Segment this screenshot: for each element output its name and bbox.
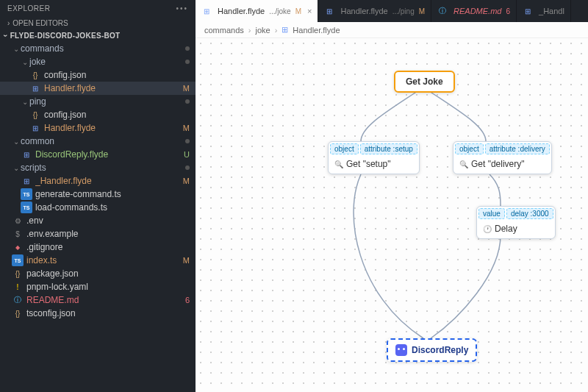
tab-name: Handler.flyde	[340, 7, 387, 15]
file-name: scripts	[21, 163, 190, 173]
file-row[interactable]: DiscordReply.flydeU	[0, 148, 196, 161]
breadcrumb-item[interactable]: Handler.flyde	[293, 26, 340, 35]
pin-attribute[interactable]: attribute :setup	[360, 143, 417, 154]
pin-attribute[interactable]: attribute :delivery	[485, 143, 550, 154]
folder-row[interactable]: scripts	[0, 161, 196, 174]
ts-icon: TS	[12, 254, 24, 266]
tab-path: .../ping	[392, 7, 415, 15]
info-icon	[12, 294, 24, 306]
file-name: load-commands.ts	[35, 202, 190, 213]
node-delay[interactable]: value delay :3000 Delay	[476, 206, 556, 239]
explorer-more-icon[interactable]: •••	[176, 4, 188, 13]
file-row[interactable]: Handler.flydeM	[0, 82, 196, 95]
tab-badge: 6	[506, 7, 510, 15]
folder-row[interactable]: commands	[0, 42, 196, 55]
explorer-header: EXPLORER •••	[0, 0, 196, 17]
json-icon	[12, 268, 24, 279]
file-row[interactable]: TSgenerate-command.ts	[0, 188, 196, 201]
breadcrumb-item[interactable]: joke	[255, 26, 270, 35]
editor-tabs: Handler.flyde.../jokeM×Handler.flyde.../…	[196, 0, 588, 22]
breadcrumb-separator: ›	[275, 26, 278, 35]
search-icon	[459, 159, 468, 169]
file-row[interactable]: config.json	[0, 68, 196, 82]
ts-icon: TS	[21, 188, 32, 200]
file-name: ping	[29, 96, 190, 107]
node-body: Get "delivery"	[453, 156, 551, 174]
flyde-icon	[21, 149, 32, 160]
file-row[interactable]: .gitignore	[0, 240, 196, 254]
node-get-delivery[interactable]: object attribute :delivery Get "delivery…	[453, 141, 552, 174]
file-row[interactable]: TSload-commands.ts	[0, 201, 196, 214]
node-body: Delay	[477, 221, 555, 238]
file-name: README.md	[26, 295, 185, 305]
file-name: config.json	[44, 110, 190, 120]
chevron-icon	[12, 138, 21, 146]
project-root[interactable]: FLYDE-DISCORD-JOKES-BOT	[0, 29, 196, 42]
file-name: package.json	[26, 268, 190, 279]
vcs-badge: M	[183, 84, 190, 93]
pin-object[interactable]: object	[330, 143, 359, 154]
vcs-badge: M	[183, 177, 190, 185]
flyde-icon	[29, 122, 41, 134]
flyde-icon	[21, 175, 32, 187]
editor-tab[interactable]: README.md6	[431, 0, 517, 22]
file-name: pnpm-lock.yaml	[26, 282, 190, 292]
tab-name: README.md	[453, 7, 501, 15]
chevron-icon	[21, 58, 29, 66]
file-name: DiscordReply.flyde	[35, 149, 184, 160]
node-label: Get "setup"	[346, 159, 391, 169]
node-get-setup[interactable]: object attribute :setup Get "setup"	[328, 141, 420, 174]
file-row[interactable]: pnpm-lock.yaml	[0, 280, 196, 293]
file-row[interactable]: config.json	[0, 108, 196, 121]
tab-badge: M	[419, 7, 425, 15]
file-row[interactable]: README.md6	[0, 293, 196, 307]
json-icon	[12, 307, 24, 319]
flyde-canvas[interactable]: Get Joke object attribute :setup Get "se…	[196, 38, 588, 392]
ts-icon: TS	[21, 202, 32, 213]
file-row[interactable]: _Handler.flydeM	[0, 174, 196, 188]
editor-tab[interactable]: _Handl	[517, 0, 571, 22]
file-row[interactable]: .env	[0, 214, 196, 227]
breadcrumb-item[interactable]: commands	[204, 26, 244, 35]
file-tree: commandsjokeconfig.jsonHandler.flydeMpin…	[0, 42, 196, 392]
folder-row[interactable]: ping	[0, 95, 196, 108]
file-row[interactable]: .env.example	[0, 227, 196, 240]
close-icon[interactable]: ×	[307, 7, 312, 15]
breadcrumb-separator: ›	[248, 26, 251, 35]
open-editors-section[interactable]: OPEN EDITORS	[0, 17, 196, 29]
folder-row[interactable]: common	[0, 135, 196, 148]
file-row[interactable]: tsconfig.json	[0, 307, 196, 320]
json-icon	[29, 69, 41, 81]
pin-delay[interactable]: delay :3000	[506, 208, 553, 219]
file-name: common	[21, 136, 190, 146]
clock-icon	[483, 224, 492, 234]
node-get-joke[interactable]: Get Joke	[394, 71, 455, 93]
dirty-dot-icon	[185, 60, 190, 64]
editor-main: Handler.flyde.../jokeM×Handler.flyde.../…	[196, 0, 588, 392]
file-name: .gitignore	[26, 242, 190, 252]
file-row[interactable]: TSindex.tsM	[0, 254, 196, 267]
vcs-badge: M	[183, 124, 190, 132]
info-icon	[437, 6, 448, 16]
node-pins: value delay :3000	[477, 207, 555, 221]
node-label: DiscordReply	[412, 345, 468, 355]
editor-tab[interactable]: Handler.flyde.../jokeM×	[196, 0, 318, 22]
node-discord-reply[interactable]: DiscordReply	[387, 338, 477, 362]
tab-badge: M	[295, 7, 301, 15]
pin-object[interactable]: object	[455, 143, 484, 154]
file-row[interactable]: package.json	[0, 267, 196, 280]
folder-row[interactable]: joke	[0, 55, 196, 68]
file-name: _Handler.flyde	[35, 176, 183, 186]
node-label: Get Joke	[406, 76, 443, 87]
pin-value[interactable]: value	[478, 208, 505, 219]
file-row[interactable]: Handler.flydeM	[0, 121, 196, 135]
flyde-icon: ⊞	[282, 25, 288, 35]
breadcrumb[interactable]: commands › joke › ⊞ Handler.flyde	[196, 22, 588, 38]
vcs-badge: U	[184, 150, 190, 159]
node-body: Get "setup"	[329, 156, 419, 174]
json-icon	[29, 109, 41, 121]
file-name: .env.example	[26, 229, 190, 239]
editor-tab[interactable]: Handler.flyde.../pingM	[318, 0, 431, 22]
discord-icon	[395, 344, 407, 356]
flyde-icon	[201, 6, 212, 16]
